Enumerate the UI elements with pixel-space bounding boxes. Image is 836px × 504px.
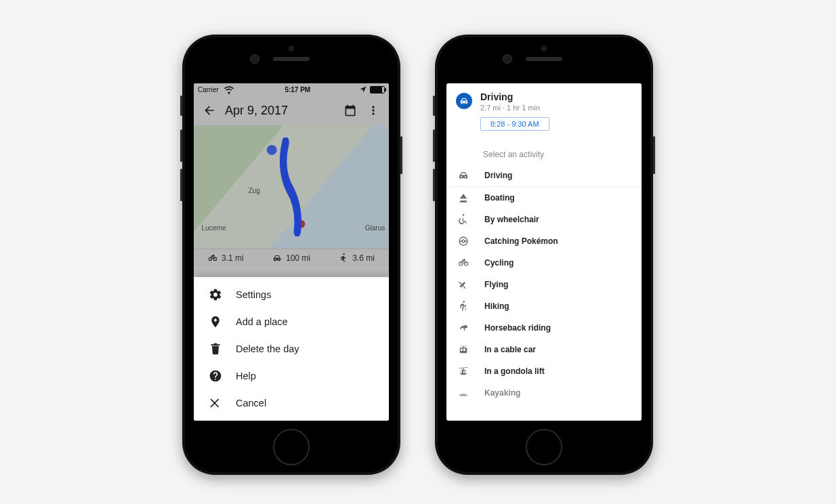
- activity-title: Driving: [480, 91, 549, 102]
- sheet-item-cancel[interactable]: Cancel: [194, 390, 389, 417]
- hiking-icon: [456, 301, 471, 312]
- sheet-item-delete-day[interactable]: Delete the day: [194, 335, 389, 362]
- clock-label: 5:17 PM: [285, 86, 310, 93]
- activity-item-wheelchair[interactable]: By wheelchair: [446, 209, 642, 230]
- back-button[interactable]: [202, 103, 217, 118]
- activity-list: Driving Boating By wheelchair Catching P…: [446, 165, 642, 404]
- activity-item-boating[interactable]: Boating: [446, 187, 642, 209]
- location-icon: [359, 85, 367, 93]
- wheelchair-icon: [456, 214, 471, 225]
- bike-icon: [208, 253, 217, 263]
- stats-bar: 3.1 mi 100 mi 3.6 mi: [194, 249, 389, 267]
- map-label: Zug: [249, 187, 260, 194]
- map-label: Glarus: [365, 224, 385, 232]
- calendar-button[interactable]: [343, 103, 358, 118]
- activity-item-cycling[interactable]: Cycling: [446, 252, 642, 274]
- wifi-icon: [222, 83, 236, 97]
- overflow-menu-button[interactable]: [366, 103, 381, 118]
- carrier-label: Carrier: [198, 86, 219, 93]
- phone-frame-right: Driving 2.7 mi · 1 hr 1 min 8:28 - 9:30 …: [435, 35, 653, 475]
- stat-walk: 3.6 mi: [339, 253, 375, 263]
- sheet-item-add-place[interactable]: Add a place: [194, 308, 389, 335]
- plane-icon: [456, 279, 471, 290]
- phone-frame-left: Carrier 5:17 PM Apr 9, 2017 Zug Lucerne …: [182, 35, 400, 475]
- stat-bike: 3.1 mi: [208, 253, 244, 263]
- bike-icon: [456, 257, 471, 268]
- activity-item-driving[interactable]: Driving: [446, 165, 642, 187]
- activity-item-hiking[interactable]: Hiking: [446, 295, 642, 317]
- activity-item-gondola[interactable]: In a gondola lift: [446, 360, 642, 382]
- activity-item-horseback[interactable]: Horseback riding: [446, 317, 642, 339]
- activity-item-cablecar[interactable]: In a cable car: [446, 339, 642, 360]
- driving-chip-icon: [456, 93, 472, 109]
- page-title: Apr 9, 2017: [225, 104, 288, 118]
- cablecar-icon: [456, 344, 471, 355]
- activity-item-pokemon[interactable]: Catching Pokémon: [446, 230, 642, 252]
- car-icon: [456, 170, 471, 181]
- section-label: Select an activity: [446, 135, 642, 165]
- home-button[interactable]: [273, 429, 310, 465]
- activity-header: Driving 2.7 mi · 1 hr 1 min 8:28 - 9:30 …: [446, 83, 642, 135]
- action-sheet: Settings Add a place Delete the day Help…: [194, 277, 389, 421]
- activity-item-flying[interactable]: Flying: [446, 274, 642, 295]
- help-icon: [209, 369, 222, 383]
- activity-subtitle: 2.7 mi · 1 hr 1 min: [480, 104, 549, 112]
- time-range-chip[interactable]: 8:28 - 9:30 AM: [480, 117, 549, 131]
- kayak-icon: [456, 387, 471, 398]
- gear-icon: [209, 288, 222, 301]
- horse-icon: [456, 322, 471, 333]
- pokeball-icon: [456, 236, 471, 247]
- sheet-item-settings[interactable]: Settings: [194, 281, 389, 308]
- car-icon: [272, 253, 282, 263]
- gondola-icon: [456, 366, 471, 377]
- trash-icon: [209, 342, 222, 356]
- battery-icon: [370, 86, 385, 93]
- home-button[interactable]: [526, 429, 562, 465]
- pin-plus-icon: [209, 315, 222, 329]
- map-label: Lucerne: [202, 224, 226, 232]
- map-view[interactable]: Zug Lucerne Glarus: [194, 125, 389, 249]
- status-bar: Carrier 5:17 PM: [194, 83, 389, 96]
- sheet-item-help[interactable]: Help: [194, 362, 389, 390]
- close-icon: [209, 396, 222, 410]
- activity-item-kayaking[interactable]: Kayaking: [446, 382, 642, 404]
- stat-car: 100 mi: [272, 253, 310, 263]
- walk-icon: [339, 253, 348, 263]
- app-header: Apr 9, 2017: [194, 96, 389, 125]
- boat-icon: [456, 192, 471, 203]
